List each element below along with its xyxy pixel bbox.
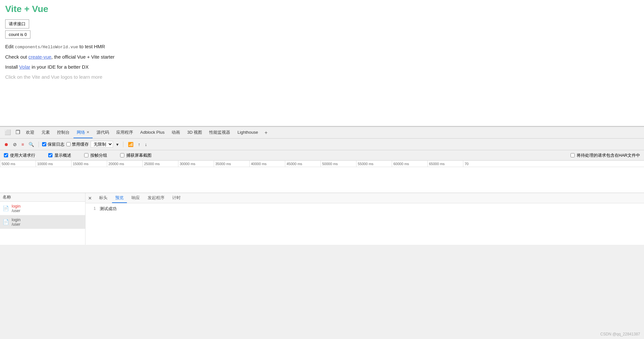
tab-device-icon[interactable]: ⬜ [3, 127, 13, 138]
install-text: Install Volar in your IDE for a better D… [5, 64, 639, 70]
install-prefix: Install [5, 64, 19, 70]
capture-screenshot-label: 捕获屏幕截图 [126, 153, 152, 158]
tab-performance[interactable]: 性能监视器 [206, 127, 233, 138]
preserve-log-input[interactable] [42, 142, 46, 146]
tab-console[interactable]: 控制台 [54, 127, 73, 138]
tab-adblock[interactable]: Adblock Plus [137, 127, 168, 138]
edit-prefix: Edit [5, 44, 15, 49]
devtools-toolbar: ⏺ ⊘ ≡ 🔍 保留日志 禁用缓存 无限制 ▾ 📶 ↑ ↓ [0, 139, 644, 150]
show-overview-input[interactable] [48, 153, 52, 157]
download-btn[interactable]: ↓ [143, 141, 148, 148]
request-item-0-name: login [12, 204, 20, 209]
ruler-tick-13: 70 [463, 161, 499, 167]
clear-button[interactable]: ⊘ [12, 141, 18, 148]
use-large-requests-input[interactable] [4, 153, 8, 157]
preview-tabs-row: ✕ 标头 预览 响应 发起程序 计时 [85, 193, 644, 203]
ruler-tick-9: 50000 ms [321, 161, 356, 167]
group-by-frame-label: 按帧分组 [90, 153, 107, 158]
checkout-text: Check out create-vue, the official Vue +… [5, 54, 639, 60]
bottom-panel: 名称 📄 login /user 📄 login /user ✕ [0, 193, 644, 245]
include-har-input[interactable] [571, 153, 575, 157]
tab-welcome[interactable]: 欢迎 [23, 127, 38, 138]
edit-text: Edit components/HelloWorld.vue to test H… [5, 44, 639, 50]
request-item-0-info: login /user [12, 204, 20, 213]
preview-line-1: 1 测试成功 [89, 206, 640, 212]
preview-close-button[interactable]: ✕ [88, 196, 92, 201]
preview-content-text: 测试成功 [100, 206, 117, 212]
tab-elements[interactable]: 元素 [38, 127, 53, 138]
app-hint: Click on the Vite and Vue logos to learn… [5, 74, 639, 80]
tab-add-button[interactable]: + [262, 129, 270, 137]
devtools-tabs-row: ⬜ ❐ 欢迎 元素 控制台 网络 ✕ 源代码 应用程序 Adblock Plus… [0, 127, 644, 139]
ruler-tick-0: 5000 ms [0, 161, 36, 167]
record-button[interactable]: ⏺ [3, 141, 10, 148]
preview-line-num: 1 [89, 206, 96, 212]
disable-cache-label: 禁用缓存 [72, 141, 89, 147]
ruler-tick-1: 10000 ms [36, 161, 71, 167]
include-har-option[interactable]: 将待处理的请求包含在HAR文件中 [571, 153, 640, 158]
search-button[interactable]: 🔍 [27, 141, 35, 148]
ruler-tick-7: 40000 ms [249, 161, 285, 167]
request-button[interactable]: 请求接口 [5, 19, 29, 28]
disable-cache-input[interactable] [66, 142, 71, 146]
edit-suffix: to test HMR [78, 44, 105, 49]
app-area: Vite + Vue 请求接口 count is 0 Edit componen… [0, 0, 644, 126]
ruler-tick-11: 60000 ms [392, 161, 427, 167]
request-list-header: 名称 [0, 193, 85, 202]
ruler-tick-12: 65000 ms [427, 161, 463, 167]
ruler-tick-8: 45000 ms [285, 161, 321, 167]
ruler-tick-5: 30000 ms [178, 161, 214, 167]
install-suffix: in your IDE for a better DX [30, 64, 89, 70]
count-button[interactable]: count is 0 [5, 30, 30, 39]
group-by-frame-option[interactable]: 按帧分组 [84, 153, 107, 158]
throttle-dropdown[interactable]: ▾ [115, 141, 120, 148]
preview-content: 1 测试成功 [85, 203, 644, 245]
request-item-0-path: /user [12, 209, 20, 213]
disable-cache-checkbox[interactable]: 禁用缓存 [66, 141, 89, 147]
capture-screenshot-option[interactable]: 捕获屏幕截图 [120, 153, 152, 158]
preview-tab-timing[interactable]: 计时 [169, 193, 184, 203]
capture-screenshot-input[interactable] [120, 153, 124, 157]
timeline-chart [0, 167, 644, 193]
preview-tab-preview[interactable]: 预览 [112, 193, 127, 203]
use-large-requests-option[interactable]: 使用大请求行 [4, 153, 35, 158]
tab-animation[interactable]: 动画 [168, 127, 183, 138]
volar-link[interactable]: Volar [19, 64, 30, 70]
tab-sources[interactable]: 源代码 [93, 127, 112, 138]
request-item-1-icon: 📄 [3, 219, 9, 225]
toolbar-sep-1 [39, 141, 39, 147]
preserve-log-checkbox[interactable]: 保留日志 [42, 141, 64, 147]
use-large-label: 使用大请求行 [10, 153, 35, 158]
show-overview-option[interactable]: 显示概述 [48, 153, 71, 158]
checkout-suffix: , the official Vue + Vite starter [51, 54, 115, 60]
ruler-tick-6: 35000 ms [214, 161, 249, 167]
preview-tab-response[interactable]: 响应 [128, 193, 143, 203]
upload-btn[interactable]: ↑ [137, 141, 141, 148]
tab-application[interactable]: 应用程序 [113, 127, 136, 138]
request-item-0[interactable]: 📄 login /user [0, 202, 85, 215]
tab-elements-icon[interactable]: ❐ [14, 127, 22, 138]
preview-panel: ✕ 标头 预览 响应 发起程序 计时 1 测试成功 [85, 193, 644, 245]
ruler-tick-4: 25000 ms [142, 161, 178, 167]
toolbar-sep-2 [123, 141, 123, 147]
ruler-tick-10: 55000 ms [356, 161, 392, 167]
throttle-select[interactable]: 无限制 [91, 141, 113, 148]
wifi-icon-btn[interactable]: 📶 [127, 141, 135, 148]
preview-tab-initiator[interactable]: 发起程序 [144, 193, 168, 203]
tab-3d[interactable]: 3D 视图 [184, 127, 205, 138]
create-vue-link[interactable]: create-vue [28, 54, 51, 60]
request-item-1-name: login [12, 217, 20, 222]
ruler-tick-2: 15000 ms [71, 161, 107, 167]
app-title: Vite + Vue [5, 4, 639, 14]
show-overview-label: 显示概述 [54, 153, 71, 158]
preview-tab-headers[interactable]: 标头 [96, 193, 111, 203]
tab-network[interactable]: 网络 ✕ [73, 127, 93, 138]
filter-list-button[interactable]: ≡ [20, 141, 25, 148]
edit-code: components/HelloWorld.vue [15, 45, 78, 50]
tab-network-close[interactable]: ✕ [86, 130, 89, 134]
tab-lighthouse[interactable]: Lighthouse [234, 127, 261, 138]
group-by-frame-input[interactable] [84, 153, 88, 157]
request-item-1[interactable]: 📄 login /user [0, 215, 85, 229]
include-har-label: 将待处理的请求包含在HAR文件中 [577, 153, 640, 158]
timeline-ruler: 5000 ms 10000 ms 15000 ms 20000 ms 25000… [0, 161, 644, 167]
